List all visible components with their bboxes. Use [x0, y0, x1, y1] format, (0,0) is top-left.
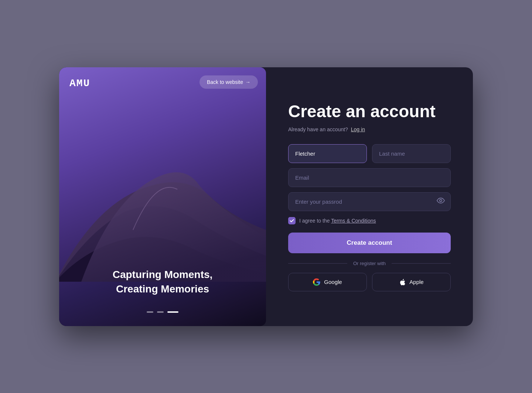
- dot-3[interactable]: [167, 311, 178, 313]
- left-panel: AMU Back to website → Capturing Moments,…: [59, 67, 266, 326]
- toggle-password-icon[interactable]: [437, 198, 445, 206]
- email-input[interactable]: [288, 168, 451, 187]
- divider-line-right: [392, 263, 451, 264]
- name-row: [288, 144, 451, 163]
- dot-1[interactable]: [147, 311, 153, 313]
- hero-line-1: Capturing Moments,: [113, 269, 213, 280]
- social-buttons: Google Apple: [288, 273, 451, 291]
- page-title: Create an account: [288, 102, 451, 121]
- hero-line-2: Creating Memories: [116, 283, 209, 295]
- terms-checkbox[interactable]: [288, 217, 296, 224]
- hero-text: Capturing Moments, Creating Memories: [59, 267, 266, 296]
- apple-button[interactable]: Apple: [372, 273, 451, 291]
- apple-icon: [399, 278, 406, 286]
- or-divider: Or register with: [288, 261, 451, 266]
- terms-row: I agree to the Terms & Conditions: [288, 217, 451, 224]
- google-icon: [313, 278, 320, 286]
- password-wrapper: [288, 192, 451, 211]
- back-to-website-button[interactable]: Back to website →: [200, 75, 258, 89]
- last-name-input[interactable]: [372, 144, 451, 163]
- right-panel: Create an account Already have an accoun…: [266, 67, 473, 326]
- arrow-right-icon: →: [245, 79, 250, 85]
- divider-line-left: [288, 263, 347, 264]
- create-account-button[interactable]: Create account: [288, 233, 451, 253]
- google-button[interactable]: Google: [288, 273, 367, 291]
- login-prompt: Already have an account? Log in: [288, 126, 451, 132]
- svg-point-0: [440, 200, 442, 202]
- first-name-input[interactable]: [288, 144, 367, 163]
- apple-btn-label: Apple: [409, 279, 423, 285]
- check-icon: [290, 218, 294, 223]
- dune-illustration: [59, 126, 266, 282]
- dot-2[interactable]: [157, 311, 164, 313]
- google-btn-label: Google: [324, 279, 342, 285]
- logo: AMU: [69, 78, 90, 89]
- terms-label: I agree to the Terms & Conditions: [299, 218, 376, 224]
- main-card: AMU Back to website → Capturing Moments,…: [59, 67, 473, 326]
- terms-link[interactable]: Terms & Conditions: [331, 218, 376, 224]
- or-text: Or register with: [353, 261, 386, 266]
- login-link[interactable]: Log in: [351, 126, 365, 132]
- password-input[interactable]: [288, 192, 451, 211]
- back-btn-label: Back to website: [207, 79, 243, 85]
- carousel-dots: [147, 311, 178, 313]
- login-prompt-text: Already have an account?: [288, 126, 348, 132]
